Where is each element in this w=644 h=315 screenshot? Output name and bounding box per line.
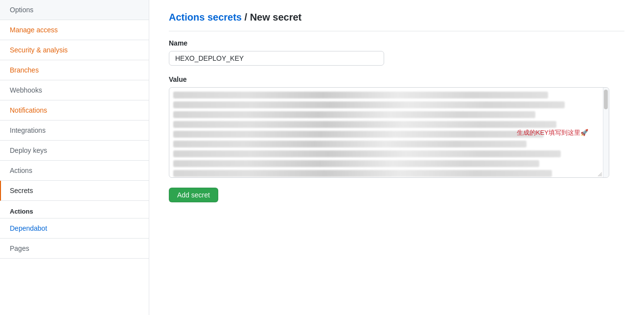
sidebar-item-options[interactable]: Options (0, 0, 149, 20)
blurred-row (173, 131, 544, 138)
blurred-row (173, 101, 565, 108)
value-label: Value (169, 75, 624, 83)
sidebar-item-pages[interactable]: Pages (0, 239, 149, 259)
value-textarea-container: 生成的KEY填写到这里🚀 (169, 87, 609, 178)
sidebar-section-actions-header: Actions (0, 201, 149, 218)
name-label: Name (169, 39, 624, 47)
resize-handle-icon[interactable] (597, 171, 602, 176)
blurred-row (173, 150, 561, 157)
sidebar-item-deploy-keys[interactable]: Deploy keys (0, 141, 149, 161)
breadcrumb-current: New secret (250, 12, 302, 23)
main-content: Actions secrets / New secret Name Value … (149, 0, 644, 315)
blurred-row (173, 92, 548, 98)
sidebar-item-integrations[interactable]: Integrations (0, 121, 149, 141)
breadcrumb-separator: / (245, 12, 250, 23)
blurred-row (173, 141, 527, 147)
sidebar-item-dependabot[interactable]: Dependabot (0, 218, 149, 239)
sidebar: Options Manage access Security & analysi… (0, 0, 149, 315)
add-secret-button[interactable]: Add secret (169, 188, 218, 202)
sidebar-item-actions[interactable]: Actions (0, 161, 149, 181)
sidebar-item-security-analysis[interactable]: Security & analysis (0, 40, 149, 60)
sidebar-item-branches[interactable]: Branches (0, 60, 149, 80)
blurred-content-area: 生成的KEY填写到这里🚀 (169, 88, 603, 177)
sidebar-item-secrets[interactable]: Secrets (0, 181, 149, 201)
breadcrumb: Actions secrets / New secret (169, 12, 624, 31)
blurred-row (173, 121, 556, 128)
breadcrumb-link[interactable]: Actions secrets (169, 12, 242, 23)
blurred-row (173, 160, 539, 167)
sidebar-item-manage-access[interactable]: Manage access (0, 20, 149, 40)
value-hint: 生成的KEY填写到这里🚀 (517, 128, 588, 137)
sidebar-item-webhooks[interactable]: Webhooks (0, 80, 149, 100)
scrollbar-track[interactable] (603, 88, 609, 177)
blurred-row (173, 170, 552, 177)
sidebar-item-notifications[interactable]: Notifications (0, 100, 149, 121)
value-textarea[interactable]: 生成的KEY填写到这里🚀 (169, 87, 609, 178)
blurred-row (173, 111, 535, 118)
scrollbar-thumb[interactable] (604, 90, 608, 109)
name-input[interactable] (169, 51, 384, 66)
svg-line-2 (601, 175, 602, 176)
